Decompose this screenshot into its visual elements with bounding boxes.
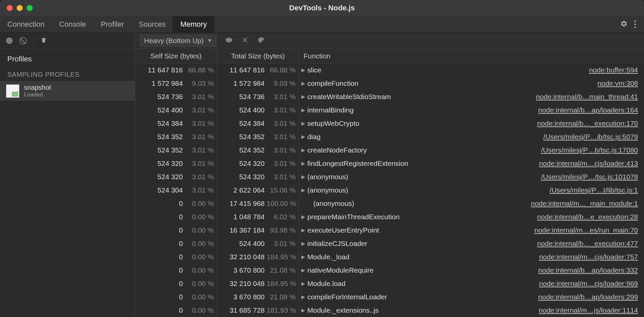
disclosure-triangle-icon[interactable]: ▶ — [301, 281, 306, 287]
view-mode-dropdown[interactable]: Heavy (Bottom Up) ▼ — [140, 35, 217, 47]
tab-sources[interactable]: Sources — [131, 16, 173, 32]
table-row[interactable]: 00.00 %17 415 968100.00 %(anonymous)node… — [135, 197, 644, 210]
profile-content: Heavy (Bottom Up) ▼ Self Size (bytes) To… — [135, 33, 644, 317]
col-function[interactable]: Function — [299, 49, 644, 63]
source-link[interactable]: /Users/milesj/P…b/tsc.js:17080 — [541, 146, 644, 154]
table-row[interactable]: 524 3203.01 %524 3203.01 %▶(anonymous)/U… — [135, 170, 644, 184]
disclosure-triangle-icon[interactable]: ▶ — [301, 241, 306, 247]
table-row[interactable]: 524 3043.01 %2 622 06415.06 %▶(anonymous… — [135, 184, 644, 197]
disclosure-triangle-icon[interactable]: ▶ — [301, 187, 306, 193]
tab-connection[interactable]: Connection — [0, 16, 52, 32]
table-row[interactable]: 00.00 %32 210 048184.95 %▶Module._loadno… — [135, 250, 644, 264]
table-row[interactable]: 524 7363.01 %524 7363.01 %▶createWritabl… — [135, 90, 644, 103]
self-bytes: 0 — [135, 280, 185, 288]
record-button[interactable] — [6, 37, 13, 44]
source-link[interactable]: /Users/milesj/P…t/lib/tsc.js:1 — [550, 186, 644, 194]
source-link[interactable]: node:internal/b…_execution:477 — [537, 240, 644, 248]
function-name: createWritableStdioStream — [307, 93, 391, 101]
source-link[interactable]: node:internal/m…_main_module:1 — [531, 200, 644, 208]
source-link[interactable]: node:internal/b…ap/loaders:332 — [538, 266, 644, 274]
disclosure-triangle-icon[interactable]: ▶ — [301, 294, 306, 300]
source-link[interactable]: node:internal/b…_execution:170 — [537, 119, 644, 127]
source-link[interactable]: node:internal/m…js/loader:1114 — [539, 306, 644, 314]
profile-name: snapshot — [24, 84, 51, 91]
disclosure-triangle-icon[interactable]: ▶ — [301, 161, 306, 167]
table-row[interactable]: 00.00 %32 210 048184.95 %▶Module.loadnod… — [135, 277, 644, 290]
source-link[interactable]: node:internal/b…main_thread:41 — [536, 93, 644, 101]
disclosure-triangle-icon[interactable]: ▶ — [301, 254, 306, 260]
cell-total-size: 16 367 18493.98 % — [217, 224, 299, 237]
minimize-window-button[interactable] — [17, 5, 23, 11]
table-row[interactable]: 524 4003.01 %524 4003.01 %▶internalBindi… — [135, 103, 644, 117]
source-link[interactable]: node:internal/b…ap/loaders:299 — [538, 293, 644, 301]
table-row[interactable]: 00.00 %3 670 80021.08 %▶nativeModuleRequ… — [135, 264, 644, 277]
table-row[interactable]: 1 572 9849.03 %1 572 9849.03 %▶compileFu… — [135, 77, 644, 90]
maximize-window-button[interactable] — [27, 5, 33, 11]
source-link[interactable]: node:internal/m…cjs/loader:413 — [539, 160, 644, 168]
table-row[interactable]: 11 647 81666.88 %11 647 81666.88 %▶slice… — [135, 63, 644, 77]
source-link[interactable]: node:internal/m…cjs/loader:757 — [539, 253, 644, 261]
disclosure-triangle-icon[interactable]: ▶ — [301, 307, 306, 313]
table-row[interactable]: 524 3843.01 %524 3843.01 %▶setupWebCrypt… — [135, 117, 644, 130]
source-link[interactable]: node:internal/m…es/run_main:70 — [534, 226, 644, 234]
source-link[interactable]: /Users/milesj/P…ib/tsc.js:5079 — [543, 133, 644, 141]
table-row[interactable]: 00.00 %1 048 7846.02 %▶prepareMainThread… — [135, 210, 644, 224]
table-row[interactable]: 524 3203.01 %524 3203.01 %▶findLongestRe… — [135, 157, 644, 170]
function-name: nativeModuleRequire — [307, 266, 373, 274]
total-bytes: 1 572 984 — [217, 79, 267, 87]
function-name: Module._load — [307, 253, 349, 261]
self-pct: 3.01 % — [185, 106, 217, 114]
source-link[interactable]: /Users/milesj/P…/tsc.js:101078 — [541, 173, 644, 181]
source-link[interactable]: node:buffer:594 — [589, 66, 644, 74]
clear-button[interactable] — [19, 37, 27, 44]
disclosure-triangle-icon[interactable]: ▶ — [301, 227, 306, 233]
source-link[interactable]: node:internal/m…cjs/loader:969 — [539, 280, 644, 288]
profile-item-snapshot[interactable]: snapshot Loaded — [0, 81, 135, 101]
table-row[interactable]: 00.00 %524 4003.01 %▶initializeCJSLoader… — [135, 237, 644, 250]
col-total-size[interactable]: Total Size (bytes) — [217, 49, 299, 63]
close-icon[interactable] — [241, 36, 249, 45]
table-row[interactable]: 00.00 %16 367 18493.98 %▶executeUserEntr… — [135, 224, 644, 237]
total-pct: 3.01 % — [267, 119, 298, 127]
function-name: slice — [307, 66, 321, 74]
table-row[interactable]: 524 3523.01 %524 3523.01 %▶diag/Users/mi… — [135, 130, 644, 143]
tab-console[interactable]: Console — [52, 16, 93, 32]
table-body[interactable]: 11 647 81666.88 %11 647 81666.88 %▶slice… — [135, 63, 644, 317]
total-bytes: 16 367 184 — [217, 226, 267, 234]
chevron-down-icon: ▼ — [207, 38, 213, 44]
disclosure-triangle-icon[interactable]: ▶ — [301, 80, 306, 86]
disclosure-triangle-icon[interactable]: ▶ — [301, 94, 306, 100]
table-row[interactable]: 00.00 %3 670 80021.08 %▶compileForIntern… — [135, 290, 644, 304]
cell-total-size: 524 4003.01 % — [217, 103, 299, 117]
table-row[interactable]: 00.00 %31 685 728181.93 %▶Module._extens… — [135, 304, 644, 317]
disclosure-triangle-icon[interactable]: ▶ — [301, 147, 306, 153]
settings-icon[interactable] — [620, 20, 628, 29]
function-name: compileFunction — [307, 79, 358, 87]
col-self-size[interactable]: Self Size (bytes) — [135, 49, 217, 63]
total-bytes: 524 352 — [217, 133, 267, 141]
disclosure-triangle-icon[interactable]: ▶ — [301, 174, 306, 180]
self-pct: 3.01 % — [185, 146, 217, 154]
titlebar: DevTools - Node.js — [0, 0, 644, 16]
cell-total-size: 1 572 9849.03 % — [217, 77, 299, 90]
close-window-button[interactable] — [7, 5, 13, 11]
disclosure-triangle-icon[interactable]: ▶ — [301, 120, 306, 126]
source-link[interactable]: node:vm:308 — [598, 79, 644, 87]
source-link[interactable]: node:internal/b…ap/loaders:164 — [538, 106, 644, 114]
cell-self-size: 524 3043.01 % — [135, 184, 217, 197]
tab-profiler[interactable]: Profiler — [93, 16, 131, 32]
disclosure-triangle-icon[interactable]: ▶ — [301, 107, 306, 113]
source-link[interactable]: node:internal/b…e_execution:28 — [537, 213, 644, 221]
more-menu-icon[interactable] — [634, 20, 636, 28]
table-row[interactable]: 524 3523.01 %524 3523.01 %▶createNodeFac… — [135, 143, 644, 157]
total-bytes: 2 622 064 — [217, 186, 267, 194]
cell-total-size: 3 670 80021.08 % — [217, 290, 299, 304]
disclosure-triangle-icon[interactable]: ▶ — [301, 67, 306, 73]
disclosure-triangle-icon[interactable]: ▶ — [301, 267, 306, 273]
disclosure-triangle-icon[interactable]: ▶ — [301, 214, 306, 220]
refresh-icon[interactable] — [257, 36, 265, 45]
disclosure-triangle-icon[interactable]: ▶ — [301, 134, 306, 140]
eye-icon[interactable] — [225, 36, 233, 45]
delete-icon[interactable] — [40, 36, 47, 45]
tab-memory[interactable]: Memory — [173, 16, 214, 32]
